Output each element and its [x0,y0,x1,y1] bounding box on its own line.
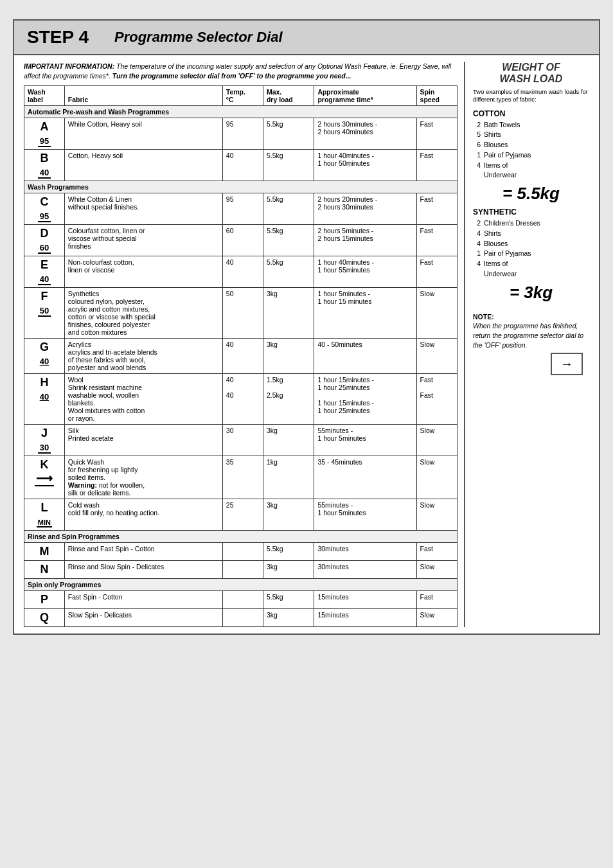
max-m: 5.5kg [263,543,314,561]
temp-n [222,561,263,579]
item-text: Shirts [484,229,501,239]
fabric-p: Fast Spin - Cotton [64,591,222,609]
item-text: Blouses [484,239,508,249]
label-k: K⟶ [24,456,65,499]
important-turn: Turn the programme selector dial from 'O… [112,72,351,80]
label-c: C95 [24,193,65,225]
max-n: 3kg [263,561,314,579]
time-f: 1 hour 5minutes -1 hour 15 minutes [314,288,416,339]
max-q: 3kg [263,609,314,627]
list-item: 4Shirts [473,229,589,239]
num: 1 [473,249,481,259]
cotton-list: 2Bath Towels 5Shirts 6Blouses 1Pair of P… [473,120,589,181]
note-label: NOTE: [473,313,494,321]
fabric-l: Cold washcold fill only, no heating acti… [64,499,222,531]
arrow-icon: → [560,357,573,371]
fabric-a: White Cotton, Heavy soil [64,118,222,150]
max-g: 3kg [263,339,314,374]
fabric-q: Slow Spin - Delicates [64,609,222,627]
table-row: E40 Non-colourfast cotton,linen or visco… [24,256,458,288]
time-p: 15minutes [314,591,416,609]
time-g: 40 - 50minutes [314,339,416,374]
max-j: 3kg [263,425,314,456]
section-header-rinse: Rinse and Spin Programmes [24,531,458,543]
item-text: Pair of Pyjamas [484,249,531,259]
num: 4 [473,239,481,249]
header: STEP 4 Programme Selector Dial [14,21,599,55]
spin-p: Fast [416,591,457,609]
fabric-b: Cotton, Heavy soil [64,150,222,181]
temp-h: 4040 [222,374,263,425]
section-title-rinse: Rinse and Spin Programmes [24,531,458,543]
temp-a: 95 [222,118,263,150]
num: 2 [473,120,481,130]
time-d: 2 hours 5minutes -2 hours 15minutes [314,225,416,256]
list-item: 4Items ofUnderwear [473,161,589,181]
num: 4 [473,229,481,239]
important-info: IMPORTANT INFORMATION: The temperature o… [24,62,458,80]
item-text: Blouses [484,140,508,150]
note-text: NOTE:When the programme has finished, re… [473,312,589,350]
time-m: 30minutes [314,543,416,561]
temp-f: 50 [222,288,263,339]
num: 1 [473,150,481,161]
spin-l: Slow [416,499,457,531]
item-text: Children's Dresses [484,218,540,229]
temp-j: 30 [222,425,263,456]
max-p: 5.5kg [263,591,314,609]
table-row: A95 White Cotton, Heavy soil 95 5.5kg 2 … [24,118,458,150]
time-l: 55minutes -1 hour 5minutes [314,499,416,531]
fabric-j: SilkPrinted acetate [64,425,222,456]
max-a: 5.5kg [263,118,314,150]
left-section: IMPORTANT INFORMATION: The temperature o… [24,62,458,627]
item-text: Pair of Pyjamas [484,150,531,161]
col-max: Max.dry load [263,86,314,106]
table-row: B40 Cotton, Heavy soil 40 5.5kg 1 hour 4… [24,150,458,181]
time-a: 2 hours 30minutes -2 hours 40minutes [314,118,416,150]
fabric-n: Rinse and Slow Spin - Delicates [64,561,222,579]
cotton-weight: = 5.5kg [473,184,589,204]
label-p: P [24,591,65,609]
fabric-e: Non-colourfast cotton,linen or viscose [64,256,222,288]
max-c: 5.5kg [263,193,314,225]
table-row: M Rinse and Fast Spin - Cotton 5.5kg 30m… [24,543,458,561]
spin-d: Fast [416,225,457,256]
temp-c: 95 [222,193,263,225]
max-b: 5.5kg [263,150,314,181]
temp-m [222,543,263,561]
table-row: G40 Acrylicsacrylics and tri-acetate ble… [24,339,458,374]
label-j: J30 [24,425,65,456]
spin-b: Fast [416,150,457,181]
fabric-h: WoolShrink resistant machinewashable woo… [64,374,222,425]
synthetic-section-title: SYNTHETIC [473,208,589,217]
table-row: H40 WoolShrink resistant machinewashable… [24,374,458,425]
spin-e: Fast [416,256,457,288]
col-wash-label: Washlabel [24,86,65,106]
list-item: 2Bath Towels [473,120,589,130]
time-h: 1 hour 15minutes -1 hour 25minutes1 hour… [314,374,416,425]
col-temp: Temp.°C [222,86,263,106]
spin-m: Fast [416,543,457,561]
time-c: 2 hours 20minutes -2 hours 30minutes [314,193,416,225]
time-e: 1 hour 40minutes -1 hour 55minutes [314,256,416,288]
spin-j: Slow [416,425,457,456]
temp-g: 40 [222,339,263,374]
max-e: 5.5kg [263,256,314,288]
label-d: D60 [24,225,65,256]
col-fabric: Fabric [64,86,222,106]
num: 4 [473,259,481,279]
section-header-auto: Automatic Pre-wash and Wash Programmes [24,106,458,118]
weight-title: WEIGHT OFWASH LOAD [473,62,589,85]
temp-e: 40 [222,256,263,288]
synthetic-weight: = 3kg [473,283,589,303]
num: 5 [473,130,481,140]
weight-title-text: WEIGHT OFWASH LOAD [500,62,563,84]
temp-q [222,609,263,627]
item-text: Items ofUnderwear [484,161,517,181]
list-item: 1Pair of Pyjamas [473,249,589,259]
num: 6 [473,140,481,150]
item-text: Shirts [484,130,501,140]
num: 2 [473,218,481,229]
table-row: D60 Colourfast cotton, linen orviscose w… [24,225,458,256]
main-container: STEP 4 Programme Selector Dial IMPORTANT… [13,19,600,635]
